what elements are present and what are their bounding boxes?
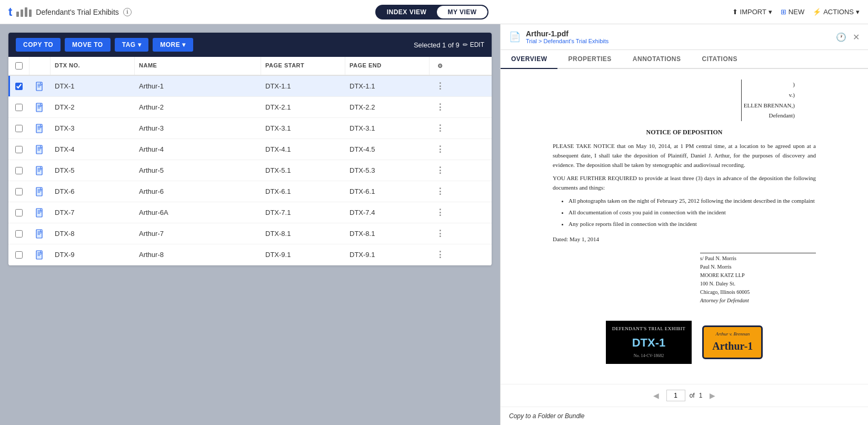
view-toggle-container: INDEX VIEW MY VIEW: [137, 5, 727, 19]
table-row[interactable]: DTX-2 Arthur-2 DTX-2.1 DTX-2.2 ⋮: [8, 97, 492, 118]
doc-dated: Dated: May 1, 2014: [553, 235, 816, 244]
row-checkbox[interactable]: [15, 146, 23, 153]
row-menu-button[interactable]: ⋮: [430, 202, 451, 223]
tab-properties[interactable]: PROPERTIES: [557, 50, 622, 69]
row-page-end: DTX-6.1: [345, 182, 430, 201]
row-dtx-id: DTX-6: [51, 182, 135, 201]
row-menu-button[interactable]: ⋮: [430, 139, 451, 160]
row-checkbox[interactable]: [15, 230, 23, 238]
row-checkbox[interactable]: [15, 188, 23, 195]
header-page-end: PAGE END: [345, 57, 430, 75]
sig-firm: MOORE KATZ LLP: [700, 271, 816, 280]
tag-button[interactable]: TAG ▾: [115, 38, 148, 52]
bar1: [16, 12, 19, 17]
page-input[interactable]: [666, 390, 685, 401]
row-menu-button[interactable]: ⋮: [430, 160, 451, 181]
file-path: Trial > Defendant's Trial Exhibits: [526, 38, 831, 44]
row-dtx-id: DTX-4: [51, 140, 135, 159]
row-name: Arthur-5: [135, 161, 261, 180]
table-row[interactable]: DTX-9 Arthur-8 DTX-9.1 DTX-9.1 ⋮: [8, 244, 492, 265]
pencil-icon: ✏: [463, 41, 468, 48]
exhibit-number: DTX-1: [612, 333, 686, 352]
history-icon[interactable]: 🕐: [836, 32, 846, 42]
row-menu-button[interactable]: ⋮: [430, 76, 451, 96]
sig-role: Attorney for Defendant: [700, 296, 816, 305]
row-checkbox-cell: [8, 98, 29, 116]
doc-party-def-role: Defendant: [769, 112, 793, 118]
file-icon: 📄: [509, 31, 521, 43]
document-preview: ) v.) ELLEN BRENNAN,) Defendant) NOTICE …: [501, 69, 868, 384]
copy-to-button[interactable]: COPY TO: [16, 38, 61, 52]
bar4: [29, 9, 32, 17]
table-row[interactable]: DTX-1 Arthur-1 DTX-1.1 DTX-1.1 ⋮: [8, 76, 492, 97]
total-pages: 1: [699, 392, 703, 399]
row-dtx-id: DTX-1: [51, 77, 135, 95]
doc-bullet-1: All photographs taken on the night of Fe…: [568, 196, 816, 206]
table-row[interactable]: DTX-6 Arthur-6 DTX-6.1 DTX-6.1 ⋮: [8, 181, 492, 202]
table-row[interactable]: DTX-7 Arthur-6A DTX-7.1 DTX-7.4 ⋮: [8, 202, 492, 223]
import-chevron-icon: ▾: [769, 8, 772, 16]
selected-info: Selected 1 of 9 ✏ EDIT: [414, 41, 484, 49]
prev-page-button[interactable]: ◀: [650, 390, 662, 401]
row-menu-button[interactable]: ⋮: [430, 97, 451, 117]
row-checkbox[interactable]: [15, 125, 23, 132]
row-dtx-id: DTX-5: [51, 161, 135, 180]
actions-button[interactable]: ⚡ ACTIONS ▾: [813, 8, 860, 16]
row-page-start: DTX-2.1: [261, 98, 345, 116]
bar2: [21, 9, 23, 17]
row-checkbox-cell: [8, 225, 29, 243]
row-page-end: DTX-7.4: [345, 203, 430, 222]
info-icon[interactable]: ℹ: [123, 8, 132, 16]
row-checkbox[interactable]: [15, 83, 23, 90]
row-page-start: DTX-1.1: [261, 77, 345, 95]
more-button[interactable]: MORE ▾: [153, 38, 193, 52]
row-checkbox[interactable]: [15, 209, 23, 216]
index-view-button[interactable]: INDEX VIEW: [376, 6, 437, 18]
row-checkbox-cell: [8, 183, 29, 201]
doc-para1: PLEASE TAKE NOTICE that on May 10, 2014,…: [553, 142, 816, 170]
tab-citations[interactable]: CITATIONS: [692, 50, 748, 69]
row-name: Arthur-6: [135, 182, 261, 201]
my-view-button[interactable]: MY VIEW: [437, 6, 487, 18]
row-menu-button[interactable]: ⋮: [430, 181, 451, 202]
row-checkbox[interactable]: [15, 104, 23, 111]
row-checkbox[interactable]: [15, 251, 23, 259]
row-doc-icon: [29, 161, 51, 181]
table-row[interactable]: DTX-5 Arthur-5 DTX-5.1 DTX-5.3 ⋮: [8, 160, 492, 181]
row-name: Arthur-2: [135, 98, 261, 116]
document-content: ) v.) ELLEN BRENNAN,) Defendant) NOTICE …: [553, 80, 816, 369]
import-arrow-icon: ⬆: [732, 8, 738, 16]
top-nav-right: ⬆ IMPORT ▾ ⊞ NEW ⚡ ACTIONS ▾: [732, 8, 860, 16]
lightning-icon: ⚡: [813, 8, 821, 16]
logo-t-icon: t: [8, 5, 12, 19]
next-page-button[interactable]: ▶: [706, 390, 719, 401]
select-all-checkbox[interactable]: [15, 62, 23, 70]
row-menu-button[interactable]: ⋮: [430, 223, 451, 244]
row-dtx-id: DTX-8: [51, 224, 135, 243]
edit-button[interactable]: ✏ EDIT: [463, 41, 484, 48]
doc-body: PLEASE TAKE NOTICE that on May 10, 2014,…: [553, 142, 816, 229]
new-button[interactable]: ⊞ NEW: [781, 8, 804, 16]
table-row[interactable]: DTX-4 Arthur-4 DTX-4.1 DTX-4.5 ⋮: [8, 139, 492, 160]
more-chevron-icon: ▾: [182, 41, 186, 48]
table-row[interactable]: DTX-3 Arthur-3 DTX-3.1 DTX-3.1 ⋮: [8, 118, 492, 139]
tab-overview[interactable]: OVERVIEW: [501, 50, 557, 69]
doc-signature-block: s/ Paul N. Morris Paul N. Morris MOORE K…: [553, 244, 816, 305]
header-gear[interactable]: ⚙: [430, 57, 451, 75]
close-icon[interactable]: ✕: [853, 32, 860, 42]
import-button[interactable]: ⬆ IMPORT ▾: [732, 8, 772, 16]
row-page-end: DTX-9.1: [345, 245, 430, 264]
row-menu-button[interactable]: ⋮: [430, 244, 451, 265]
view-toggle: INDEX VIEW MY VIEW: [375, 5, 488, 19]
row-menu-button[interactable]: ⋮: [430, 118, 451, 139]
row-checkbox[interactable]: [15, 167, 23, 174]
row-page-end: DTX-4.5: [345, 140, 430, 159]
row-page-start: DTX-8.1: [261, 224, 345, 243]
tab-annotations[interactable]: ANNOTATIONS: [622, 50, 692, 69]
row-page-end: DTX-5.3: [345, 161, 430, 180]
table-row[interactable]: DTX-8 Arthur-7 DTX-8.1 DTX-8.1 ⋮: [8, 223, 492, 244]
row-doc-icon: [29, 118, 51, 139]
move-to-button[interactable]: MOVE TO: [65, 38, 111, 52]
row-checkbox-cell: [8, 77, 29, 95]
exhibit-header: DEFENDANT'S TRIAL EXHIBIT: [612, 325, 686, 332]
